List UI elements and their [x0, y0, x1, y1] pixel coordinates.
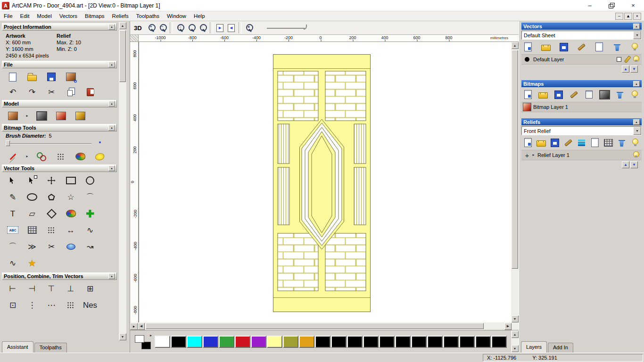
relief-grid-icon[interactable]: [603, 137, 614, 148]
scrollbar-thumb[interactable]: [512, 50, 518, 269]
smooth-spline-icon[interactable]: ↝: [83, 239, 97, 254]
palette-swatch[interactable]: [347, 336, 363, 348]
menu-model[interactable]: Model: [33, 12, 55, 20]
slider-handle[interactable]: [6, 140, 10, 146]
arc-through-points-icon[interactable]: ⌒: [6, 239, 20, 254]
menu-vectors[interactable]: Vectors: [56, 12, 81, 20]
menu-reliefs[interactable]: Reliefs: [108, 12, 132, 20]
nesting-star-icon[interactable]: ★: [25, 256, 39, 270]
align-left-icon[interactable]: ⊢: [6, 281, 20, 296]
collapse-reliefs-button[interactable]: ▲: [633, 119, 640, 125]
new-vector-layer-icon[interactable]: [522, 41, 534, 52]
paint-selective-icon[interactable]: [34, 149, 49, 164]
zoom-in-icon[interactable]: +: [146, 22, 157, 33]
tab-layers[interactable]: Layers: [521, 341, 547, 353]
tab-toolpaths[interactable]: Toolpaths: [34, 343, 67, 353]
layer-visibility-icon[interactable]: [632, 55, 640, 64]
brush-diameter-slider[interactable]: [5, 140, 113, 147]
canvas-vertical-scrollbar[interactable]: ▲ ▼: [511, 42, 519, 322]
align-top-icon[interactable]: ⊤: [44, 281, 58, 296]
delete-vector-layer-icon[interactable]: [611, 41, 623, 52]
scroll-up-button[interactable]: ▲: [512, 42, 519, 49]
import-image-icon[interactable]: ↻: [64, 70, 78, 84]
palette-swatch[interactable]: [379, 336, 395, 348]
create-arc-icon[interactable]: ⌒: [83, 190, 97, 204]
zoom-out-icon[interactable]: −: [157, 22, 168, 33]
model-preview-icon[interactable]: [6, 109, 20, 123]
palette-swatch[interactable]: [187, 336, 202, 348]
fit-arcs-icon[interactable]: ∿: [83, 223, 97, 237]
layer-snap-icon[interactable]: [615, 55, 623, 64]
palette-scrollbar[interactable]: ▲ ▼: [511, 330, 519, 353]
trim-vectors-icon[interactable]: ✂: [44, 239, 58, 254]
create-text-icon[interactable]: T: [6, 206, 20, 221]
tab-assistant[interactable]: Assistant: [2, 341, 33, 353]
colour-palette-icon[interactable]: [73, 149, 87, 164]
layer-down-button[interactable]: ▼: [630, 161, 638, 168]
framed-model-icon[interactable]: [34, 109, 49, 123]
open-model-icon[interactable]: [25, 70, 39, 84]
copy-vector-layer-icon[interactable]: [594, 41, 605, 52]
layer-colour-swatch[interactable]: [523, 55, 531, 64]
nesting-icon[interactable]: Nes: [83, 298, 97, 312]
undo-icon[interactable]: ↶: [6, 85, 20, 99]
primary-colour-swatch[interactable]: [135, 335, 144, 343]
palette-swatch[interactable]: [411, 336, 427, 348]
scroll-right-button[interactable]: ▶: [504, 323, 512, 330]
mdi-minimize-button[interactable]: –: [615, 13, 623, 20]
create-ellipse-icon[interactable]: [25, 190, 39, 204]
copy-relief-layer-icon[interactable]: [589, 137, 601, 148]
spray-paint-icon[interactable]: [54, 149, 68, 164]
previous-view-icon[interactable]: ◂: [226, 22, 237, 33]
collapse-bitmaps-button[interactable]: ▲: [633, 81, 640, 87]
scrollbar-thumb[interactable]: [146, 323, 484, 329]
paint-bitmap-icon[interactable]: [568, 89, 579, 100]
toggle-all-vectors-visibility-icon[interactable]: [629, 41, 641, 52]
scroll-left-button[interactable]: ◀: [138, 323, 145, 330]
scroll-down-button[interactable]: ▼: [512, 315, 519, 322]
menu-bitmaps[interactable]: Bitmaps: [81, 12, 108, 20]
scroll-up-button[interactable]: ▲: [119, 22, 126, 29]
model-flyout-arrow-icon[interactable]: ▸: [25, 109, 29, 123]
palette-swatch[interactable]: [155, 336, 170, 348]
paint-flyout-arrow-icon[interactable]: ▸: [25, 149, 29, 164]
collapse-vectors-button[interactable]: ▲: [633, 24, 640, 29]
open-bitmap-layer-icon[interactable]: [537, 89, 549, 100]
bitmap-layer-row[interactable]: Bitmap Layer 1: [521, 102, 642, 112]
palette-swatch[interactable]: [203, 336, 218, 348]
scroll-up-button[interactable]: ▲: [512, 331, 519, 338]
collapse-project-information-button[interactable]: ▲: [108, 24, 115, 30]
palette-swatch[interactable]: [315, 336, 330, 348]
palette-swatch[interactable]: [235, 336, 250, 348]
layer-up-button[interactable]: ▲: [622, 66, 629, 73]
scroll-down-button[interactable]: ▼: [119, 333, 126, 340]
palette-swatch[interactable]: [459, 336, 475, 348]
create-rectangle-icon[interactable]: [64, 173, 78, 188]
new-model-icon[interactable]: [6, 70, 20, 84]
select-vectors-icon[interactable]: [6, 173, 20, 188]
paint-relief-icon[interactable]: [562, 137, 574, 148]
palette-swatch[interactable]: [491, 336, 507, 348]
transform-vectors-icon[interactable]: [44, 173, 58, 188]
palette-swatch[interactable]: [267, 336, 282, 348]
bitmap-visibility-icon[interactable]: [629, 89, 641, 100]
zoom-objects-icon[interactable]: [186, 22, 197, 33]
scrollbar-track[interactable]: [145, 322, 504, 330]
palette-swatch[interactable]: [171, 336, 186, 348]
relief-layer-visibility-icon[interactable]: [632, 151, 640, 159]
menu-help[interactable]: Help: [190, 12, 209, 20]
menu-file[interactable]: File: [0, 12, 17, 20]
dropdown-arrow-icon[interactable]: ▼: [633, 127, 641, 135]
shear-vectors-icon[interactable]: ▱: [25, 206, 39, 221]
open-relief-layer-icon[interactable]: [536, 137, 547, 148]
palette-swatch[interactable]: [331, 336, 347, 348]
section-profile-icon[interactable]: ∿: [6, 256, 20, 270]
paste-along-curve-icon[interactable]: [44, 223, 58, 237]
zoom-previous-icon[interactable]: ◂: [243, 22, 255, 33]
tab-add-in[interactable]: Add In: [548, 343, 573, 353]
palette-swatch[interactable]: [251, 336, 266, 348]
panel-dock-button[interactable]: ▸: [130, 323, 138, 330]
extrude-vectors-icon[interactable]: [64, 239, 78, 254]
merge-vector-layers-icon[interactable]: [576, 41, 587, 52]
drawing-canvas[interactable]: [139, 42, 511, 322]
